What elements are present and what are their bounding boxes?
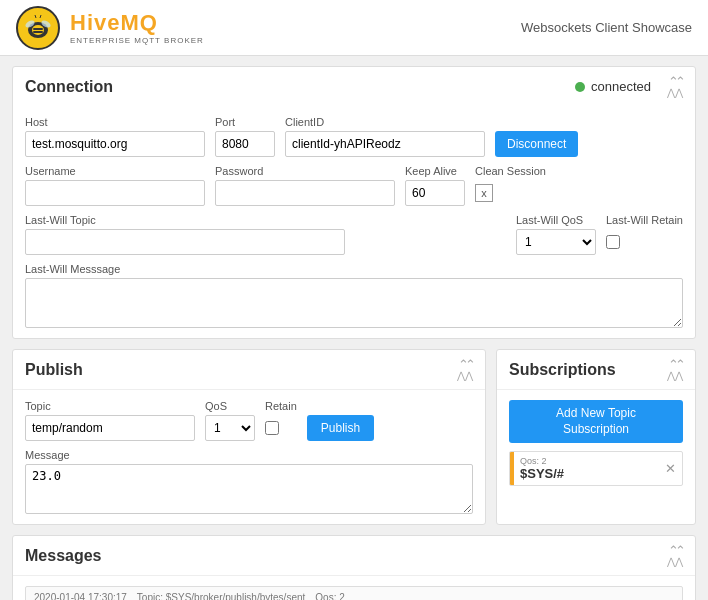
logo-sub: ENTERPRISE MQTT BROKER — [70, 36, 204, 45]
messages-panel-body: 2020-01-04 17:30:17 Topic: $SYS/broker/p… — [13, 576, 695, 600]
connection-panel: Connection connected ⋀⋀ Host Port — [12, 66, 696, 339]
pub-retain-checkbox[interactable] — [265, 421, 279, 435]
connection-row-1: Host Port ClientID Disconnect — [25, 116, 683, 157]
cleansession-label: Clean Session — [475, 165, 546, 177]
svg-rect-3 — [33, 28, 43, 30]
publish-button[interactable]: Publish — [307, 415, 374, 441]
pub-qos-select[interactable]: 1 0 2 — [205, 415, 255, 441]
publish-panel: Publish ⋀⋀ Topic QoS 1 0 — [12, 349, 486, 525]
publish-panel-title: Publish — [25, 361, 83, 379]
password-label: Password — [215, 165, 395, 177]
pub-topic-input[interactable] — [25, 415, 195, 441]
connection-row-2: Username Password Keep Alive Clean Sessi… — [25, 165, 683, 206]
status-dot — [575, 82, 585, 92]
keepalive-input[interactable] — [405, 180, 465, 206]
bottom-row: Publish ⋀⋀ Topic QoS 1 0 — [12, 349, 696, 525]
messages-collapse-btn[interactable]: ⋀⋀ — [667, 544, 683, 567]
pub-msg-group: Message 23.0 — [25, 449, 473, 514]
clientid-group: ClientID — [285, 116, 485, 157]
connection-panel-body: Host Port ClientID Disconnect User — [13, 106, 695, 338]
lastwill-msg-group: Last-Will Messsage — [25, 263, 683, 328]
disconnect-group: Disconnect — [495, 131, 578, 157]
pub-retain-wrapper — [265, 415, 297, 441]
messages-panel: Messages ⋀⋀ 2020-01-04 17:30:17 Topic: $… — [12, 535, 696, 600]
clientid-input[interactable] — [285, 131, 485, 157]
cleansession-value: x — [481, 187, 487, 199]
pub-topic-label: Topic — [25, 400, 195, 412]
publish-panel-header: Publish ⋀⋀ — [13, 350, 485, 390]
sub-topic: $SYS/# — [520, 466, 653, 481]
connection-collapse-btn[interactable]: ⋀⋀ — [667, 75, 683, 98]
svg-rect-4 — [33, 31, 43, 33]
port-label: Port — [215, 116, 275, 128]
messages-panel-header: Messages ⋀⋀ — [13, 536, 695, 576]
lastwill-retain-wrapper — [606, 229, 683, 255]
port-group: Port — [215, 116, 275, 157]
port-input[interactable] — [215, 131, 275, 157]
subscriptions-panel: Subscriptions ⋀⋀ Add New TopicSubscripti… — [496, 349, 696, 525]
add-subscription-button[interactable]: Add New TopicSubscription — [509, 400, 683, 443]
pub-msg-label: Message — [25, 449, 473, 461]
lastwill-qos-label: Last-Will QoS — [516, 214, 596, 226]
lastwill-topic-input[interactable] — [25, 229, 345, 255]
username-group: Username — [25, 165, 205, 206]
password-group: Password — [215, 165, 395, 206]
username-label: Username — [25, 165, 205, 177]
logo-area: HiveMQ ENTERPRISE MQTT BROKER — [16, 6, 204, 50]
subscriptions-collapse-btn[interactable]: ⋀⋀ — [667, 358, 683, 381]
lastwill-msg-label: Last-Will Messsage — [25, 263, 683, 275]
cleansession-group: Clean Session x — [475, 165, 546, 206]
pub-msg-textarea[interactable]: 23.0 — [25, 464, 473, 514]
pub-retain-label: Retain — [265, 400, 297, 412]
lastwill-retain-label: Last-Will Retain — [606, 214, 683, 226]
subscriptions-panel-header: Subscriptions ⋀⋀ — [497, 350, 695, 390]
pub-topic-group: Topic — [25, 400, 195, 441]
connection-panel-title: Connection — [25, 78, 113, 96]
disconnect-button[interactable]: Disconnect — [495, 131, 578, 157]
keepalive-group: Keep Alive — [405, 165, 465, 206]
host-label: Host — [25, 116, 205, 128]
main: Connection connected ⋀⋀ Host Port — [0, 56, 708, 600]
clientid-label: ClientID — [285, 116, 485, 128]
messages-panel-title: Messages — [25, 547, 102, 565]
logo-text-area: HiveMQ ENTERPRISE MQTT BROKER — [70, 10, 204, 45]
publish-panel-body: Topic QoS 1 0 2 — [13, 390, 485, 524]
pub-qos-group: QoS 1 0 2 — [205, 400, 255, 441]
lastwill-topic-label: Last-Will Topic — [25, 214, 345, 226]
logo-icon — [16, 6, 60, 50]
cleansession-checkbox-wrapper: x — [475, 180, 546, 206]
subscriptions-panel-body: Add New TopicSubscription Qos: 2 $SYS/# … — [497, 390, 695, 496]
username-input[interactable] — [25, 180, 205, 206]
host-group: Host — [25, 116, 205, 157]
status-text: connected — [591, 79, 651, 94]
connection-panel-header: Connection connected ⋀⋀ — [13, 67, 695, 106]
sub-content: Qos: 2 $SYS/# — [514, 452, 659, 485]
lastwill-qos-group: Last-Will QoS 1 0 2 — [516, 214, 596, 255]
lastwill-msg-textarea[interactable] — [25, 278, 683, 328]
message-timestamp: 2020-01-04 17:30:17 — [34, 592, 127, 600]
message-list-item: 2020-01-04 17:30:17 Topic: $SYS/broker/p… — [25, 586, 683, 600]
publish-collapse-btn[interactable]: ⋀⋀ — [457, 358, 473, 381]
header-title: Websockets Client Showcase — [521, 20, 692, 35]
subscription-item: Qos: 2 $SYS/# ✕ — [509, 451, 683, 486]
lastwill-topic-group: Last-Will Topic — [25, 214, 345, 255]
sub-close-button[interactable]: ✕ — [659, 457, 682, 480]
pub-qos-label: QoS — [205, 400, 255, 412]
publish-row-1: Topic QoS 1 0 2 — [25, 400, 473, 441]
pub-retain-group: Retain — [265, 400, 297, 441]
lastwill-retain-group: Last-Will Retain — [606, 214, 683, 255]
sub-qos-label: Qos: 2 — [520, 456, 653, 466]
connection-row-3: Last-Will Topic Last-Will QoS 1 0 2 Last… — [25, 214, 683, 255]
message-qos: Qos: 2 — [315, 592, 344, 600]
lastwill-retain-checkbox[interactable] — [606, 235, 620, 249]
lastwill-qos-select[interactable]: 1 0 2 — [516, 229, 596, 255]
subscriptions-panel-title: Subscriptions — [509, 361, 616, 379]
header: HiveMQ ENTERPRISE MQTT BROKER Websockets… — [0, 0, 708, 56]
message-meta: 2020-01-04 17:30:17 Topic: $SYS/broker/p… — [34, 592, 674, 600]
host-input[interactable] — [25, 131, 205, 157]
password-input[interactable] — [215, 180, 395, 206]
pub-btn-group: Publish — [307, 415, 374, 441]
cleansession-checkbox[interactable]: x — [475, 184, 493, 202]
logo-brand: HiveMQ — [70, 10, 204, 36]
keepalive-label: Keep Alive — [405, 165, 465, 177]
